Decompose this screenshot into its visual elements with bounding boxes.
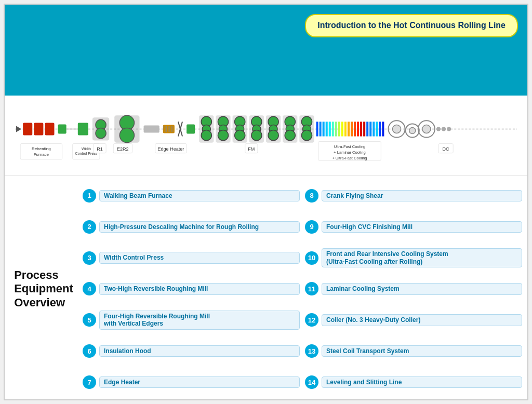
eq-label-7[interactable]: Edge Heater <box>99 376 300 388</box>
eq-label-8[interactable]: Crank Flying Shear <box>322 190 522 201</box>
eq-label-9[interactable]: Four-High CVC Finishing Mill <box>322 221 522 233</box>
svg-text:FM: FM <box>248 146 255 152</box>
svg-text:Ultra-Fast Cooling: Ultra-Fast Cooling <box>334 144 366 149</box>
svg-point-53 <box>301 130 312 140</box>
eq-label-3[interactable]: Width Control Press <box>99 252 300 263</box>
svg-rect-61 <box>338 122 340 136</box>
svg-rect-62 <box>341 122 343 136</box>
title-badge: Introduction to the Hot Continuous Rolli… <box>305 14 518 37</box>
equipment-item-9: 9Four-High CVC Finishing Mill <box>305 212 522 241</box>
eq-label-6[interactable]: Insulation Hood <box>99 345 300 357</box>
svg-rect-64 <box>348 122 350 136</box>
svg-point-41 <box>251 130 262 140</box>
section-title: Process Equipment Overview <box>14 268 73 309</box>
svg-rect-75 <box>382 122 384 136</box>
equipment-item-11: 11Laminar Cooling System <box>305 275 522 304</box>
eq-label-13[interactable]: Steel Coil Transport System <box>322 345 522 357</box>
svg-rect-63 <box>344 122 347 136</box>
svg-point-79 <box>409 127 416 133</box>
svg-rect-65 <box>351 122 353 136</box>
eq-label-2[interactable]: High-Pressure Descaling Machine for Roug… <box>99 221 300 233</box>
svg-rect-68 <box>360 122 362 136</box>
svg-rect-59 <box>332 122 334 136</box>
svg-rect-74 <box>379 122 381 136</box>
svg-rect-5 <box>58 124 66 133</box>
bottom-section: Process Equipment Overview 1Walking Beam… <box>5 176 527 399</box>
eq-number-12: 12 <box>305 313 318 327</box>
svg-point-29 <box>201 130 211 140</box>
svg-point-13 <box>119 128 134 142</box>
svg-rect-3 <box>34 123 43 135</box>
svg-rect-67 <box>357 122 359 136</box>
svg-point-77 <box>392 125 401 133</box>
svg-text:Width: Width <box>82 147 91 151</box>
svg-rect-69 <box>363 122 365 136</box>
eq-number-3: 3 <box>83 251 96 265</box>
svg-point-83 <box>442 127 446 131</box>
svg-text:Furnace: Furnace <box>34 152 49 157</box>
svg-rect-4 <box>45 123 54 135</box>
svg-text:+ Laminar Cooling: + Laminar Cooling <box>334 150 365 155</box>
svg-text:Edge Heater: Edge Heater <box>157 146 184 152</box>
svg-rect-55 <box>320 122 322 136</box>
svg-rect-60 <box>335 122 337 136</box>
eq-number-14: 14 <box>305 375 318 389</box>
equipment-item-3: 3Width Control Press <box>83 244 300 273</box>
eq-label-1[interactable]: Walking Beam Furnace <box>99 190 300 201</box>
svg-point-84 <box>447 127 451 131</box>
eq-label-4[interactable]: Two-High Reversible Roughing Mill <box>99 283 300 294</box>
header-section: Introduction to the Hot Continuous Rolli… <box>5 5 527 96</box>
eq-number-2: 2 <box>83 220 96 234</box>
eq-number-7: 7 <box>83 375 96 389</box>
svg-text:Reheating: Reheating <box>32 146 51 151</box>
main-container: Introduction to the Hot Continuous Rolli… <box>4 4 528 400</box>
eq-label-11[interactable]: Laminar Cooling System <box>322 283 522 294</box>
equipment-item-6: 6Insulation Hood <box>83 336 300 366</box>
svg-rect-14 <box>144 125 159 132</box>
eq-number-1: 1 <box>83 189 96 203</box>
svg-rect-56 <box>323 122 325 136</box>
equipment-item-10: 10Front and Rear Intensive Cooling Syste… <box>305 244 522 273</box>
equipment-item-2: 2High-Pressure Descaling Machine for Rou… <box>83 212 300 241</box>
eq-label-12[interactable]: Coiler (No. 3 Heavy-Duty Coiler) <box>322 314 522 326</box>
svg-point-81 <box>422 125 431 133</box>
svg-point-45 <box>268 130 278 140</box>
eq-number-13: 13 <box>305 344 318 358</box>
eq-number-4: 4 <box>83 282 96 295</box>
svg-text:+ Ultra-Fast Cooling: + Ultra-Fast Cooling <box>332 156 367 160</box>
eq-number-11: 11 <box>305 282 318 295</box>
svg-point-49 <box>285 130 295 140</box>
equipment-item-4: 4Two-High Reversible Roughing Mill <box>83 275 300 304</box>
svg-text:R1: R1 <box>97 146 103 152</box>
svg-text:DC: DC <box>443 146 450 152</box>
svg-point-33 <box>218 130 228 140</box>
equipment-list: 1Walking Beam Furnace8Crank Flying Shear… <box>80 181 525 397</box>
eq-number-6: 6 <box>83 344 96 358</box>
svg-point-10 <box>96 128 106 138</box>
equipment-item-5: 5Four-High Reversible Roughing Mill with… <box>83 305 300 334</box>
eq-label-14[interactable]: Leveling and Slitting Line <box>322 376 522 388</box>
main-title: Introduction to the Hot Continuous Rolli… <box>317 21 506 30</box>
equipment-item-1: 1Walking Beam Furnace <box>83 181 300 210</box>
svg-text:E2R2: E2R2 <box>117 146 129 152</box>
svg-rect-57 <box>326 122 328 136</box>
svg-rect-2 <box>23 123 32 135</box>
svg-point-82 <box>436 127 441 131</box>
svg-rect-58 <box>329 122 331 136</box>
eq-label-10[interactable]: Front and Rear Intensive Cooling System … <box>322 248 522 267</box>
eq-number-9: 9 <box>305 220 318 234</box>
svg-rect-72 <box>373 122 375 136</box>
equipment-item-13: 13Steel Coil Transport System <box>305 336 522 366</box>
equipment-item-12: 12Coiler (No. 3 Heavy-Duty Coiler) <box>305 305 522 334</box>
svg-rect-70 <box>366 122 368 136</box>
equipment-item-8: 8Crank Flying Shear <box>305 181 522 210</box>
eq-label-5[interactable]: Four-High Reversible Roughing Mill with … <box>99 311 300 330</box>
eq-number-8: 8 <box>305 189 318 203</box>
equipment-item-14: 14Leveling and Slitting Line <box>305 368 522 397</box>
diagram-section: Reheating Furnace Width Control Press R1… <box>5 96 527 176</box>
svg-rect-73 <box>376 122 378 136</box>
svg-rect-25 <box>187 124 195 133</box>
eq-number-10: 10 <box>305 251 318 265</box>
svg-rect-54 <box>316 122 318 136</box>
svg-rect-7 <box>78 123 88 135</box>
